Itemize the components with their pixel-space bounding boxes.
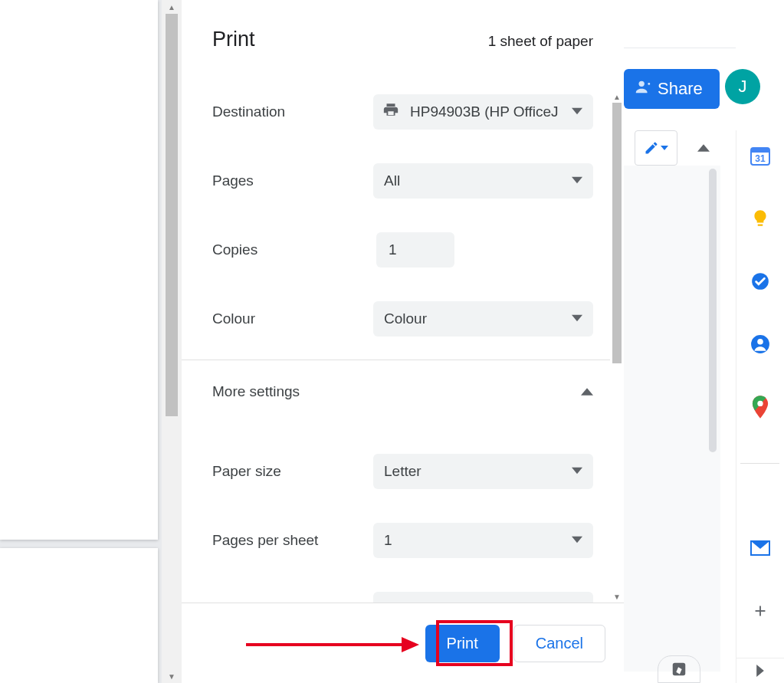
svg-marker-1 xyxy=(402,637,419,652)
svg-point-9 xyxy=(757,401,763,406)
pages-value: All xyxy=(384,172,400,189)
contacts-icon[interactable] xyxy=(749,333,772,356)
calendar-icon[interactable]: 31 xyxy=(749,144,772,167)
paper-size-label: Paper size xyxy=(212,463,373,480)
preview-page-2 xyxy=(0,548,158,683)
tasks-icon[interactable] xyxy=(749,270,772,293)
explore-icon xyxy=(671,661,687,678)
keep-icon[interactable] xyxy=(749,207,772,230)
print-dialog-title: Print xyxy=(212,28,255,51)
svg-point-8 xyxy=(757,339,763,345)
chevron-right-icon xyxy=(756,665,764,677)
person-plus-icon xyxy=(635,78,651,100)
mail-icon[interactable] xyxy=(749,537,772,560)
printer-icon xyxy=(382,102,399,123)
pages-per-sheet-value: 1 xyxy=(384,532,392,549)
avatar-initial: J xyxy=(739,77,747,97)
chevron-up-icon xyxy=(581,385,593,399)
header-divider xyxy=(624,48,736,48)
scroll-up-icon[interactable]: ▲ xyxy=(162,0,182,14)
paper-size-select[interactable]: Letter xyxy=(373,454,593,489)
svg-text:31: 31 xyxy=(755,153,766,164)
copies-input[interactable] xyxy=(376,232,454,268)
side-panel-divider xyxy=(740,463,779,464)
print-preview-pane xyxy=(0,0,162,683)
preview-scrollbar[interactable]: ▲ ▼ xyxy=(162,0,182,683)
copies-label: Copies xyxy=(212,241,376,258)
doc-toolbar-fragment xyxy=(624,130,720,166)
scroll-up-icon[interactable]: ▲ xyxy=(610,90,624,103)
cancel-button[interactable]: Cancel xyxy=(513,625,605,662)
dialog-footer: Print Cancel xyxy=(182,603,624,683)
print-dialog: Print 1 sheet of paper Destination HP949… xyxy=(182,0,624,683)
scroll-thumb[interactable] xyxy=(166,14,178,416)
pages-per-sheet-select[interactable]: 1 xyxy=(373,523,593,558)
dialog-scrollbar[interactable]: ▲ ▼ xyxy=(610,0,624,603)
svg-rect-4 xyxy=(751,148,769,153)
colour-value: Colour xyxy=(384,310,427,327)
document-scrollbar[interactable] xyxy=(707,169,717,667)
scroll-down-icon[interactable]: ▼ xyxy=(162,669,182,683)
sheet-count-label: 1 sheet of paper xyxy=(488,33,593,50)
editing-mode-button[interactable] xyxy=(635,130,677,166)
scroll-down-icon[interactable]: ▼ xyxy=(610,590,624,603)
svg-point-2 xyxy=(639,81,645,87)
destination-select[interactable]: HP94903B (HP OfficeJ xyxy=(373,94,593,130)
chevron-down-icon xyxy=(572,103,582,120)
colour-label: Colour xyxy=(212,310,373,327)
more-settings-label: More settings xyxy=(212,383,300,400)
print-button[interactable]: Print xyxy=(425,625,500,662)
scroll-thumb[interactable] xyxy=(612,103,622,363)
share-button-label: Share xyxy=(658,79,703,99)
collapse-toolbar-button[interactable] xyxy=(687,130,720,166)
account-avatar[interactable]: J xyxy=(725,69,760,104)
preview-page-1 xyxy=(0,0,158,540)
pages-per-sheet-label: Pages per sheet xyxy=(212,532,373,549)
share-button[interactable]: Share xyxy=(624,69,720,109)
margins-select[interactable]: Default xyxy=(373,592,593,603)
side-panel: 31 xyxy=(736,130,784,683)
colour-select[interactable]: Colour xyxy=(373,301,593,337)
explore-button[interactable] xyxy=(658,655,700,683)
destination-label: Destination xyxy=(212,103,373,120)
pages-select[interactable]: All xyxy=(373,163,593,199)
add-on-plus-icon[interactable] xyxy=(749,599,772,622)
annotation-arrow xyxy=(244,635,421,654)
chevron-down-icon xyxy=(572,310,582,327)
paper-size-value: Letter xyxy=(384,463,422,480)
section-divider xyxy=(182,360,610,360)
pencil-icon xyxy=(644,140,659,156)
chevron-down-icon xyxy=(572,172,582,189)
more-settings-toggle[interactable]: More settings xyxy=(212,383,593,400)
maps-icon[interactable] xyxy=(749,396,772,419)
chevron-up-icon xyxy=(697,144,710,152)
chevron-down-icon xyxy=(572,463,582,480)
scroll-thumb[interactable] xyxy=(709,169,717,452)
chevron-down-icon xyxy=(661,146,668,150)
side-panel-collapse-button[interactable] xyxy=(736,658,784,683)
pages-label: Pages xyxy=(212,172,373,189)
chevron-down-icon xyxy=(572,532,582,549)
destination-value: HP94903B (HP OfficeJ xyxy=(410,103,559,120)
